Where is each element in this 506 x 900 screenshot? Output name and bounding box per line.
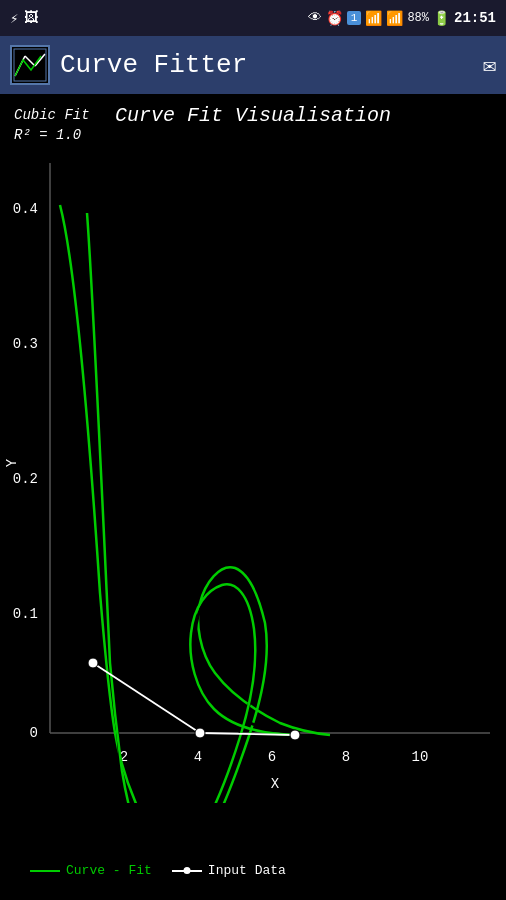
svg-rect-5 — [0, 143, 506, 803]
app-title: Curve Fitter — [60, 50, 247, 80]
battery-text: 88% — [407, 11, 429, 25]
status-right-area: 👁 ⏰ 1 📶 📶 88% 🔋 21:51 — [308, 10, 496, 27]
svg-rect-0 — [13, 48, 47, 82]
email-button[interactable]: ✉ — [483, 52, 496, 79]
image-icon: 🖼 — [24, 10, 38, 26]
svg-text:0: 0 — [30, 725, 38, 741]
curve-fit-legend-label: Curve - Fit — [66, 863, 152, 878]
svg-text:4: 4 — [194, 749, 202, 765]
app-icon — [10, 45, 50, 85]
curve-fit-legend-line — [30, 870, 60, 872]
legend: Curve - Fit Input Data — [10, 855, 306, 886]
network-badge: 1 — [347, 11, 362, 25]
fit-type-label: Cubic Fit — [14, 106, 90, 126]
svg-text:10: 10 — [412, 749, 429, 765]
usb-icon: ⚡ — [10, 10, 18, 27]
input-data-legend-line — [172, 870, 202, 872]
svg-text:0.2: 0.2 — [13, 471, 38, 487]
input-data-legend-dot — [183, 867, 190, 874]
status-bar: ⚡ 🖼 👁 ⏰ 1 📶 📶 88% 🔋 21:51 — [0, 0, 506, 36]
signal-bars-icon: 📶 — [365, 10, 382, 27]
alarm-icon: ⏰ — [326, 10, 343, 27]
input-data-legend: Input Data — [172, 863, 286, 878]
chart-container: 0.4 0.3 0.2 0.1 0 2 4 6 8 10 Y X — [0, 143, 506, 803]
status-left-icons: ⚡ 🖼 — [10, 10, 38, 27]
svg-text:X: X — [271, 776, 280, 792]
eye-icon: 👁 — [308, 10, 322, 26]
chart-info: Cubic Fit R² = 1.0 — [14, 106, 90, 145]
svg-text:Y: Y — [4, 458, 20, 467]
signal-bars2-icon: 📶 — [386, 10, 403, 27]
input-data-legend-label: Input Data — [208, 863, 286, 878]
svg-text:0.3: 0.3 — [13, 336, 38, 352]
time-display: 21:51 — [454, 10, 496, 26]
chart-svg: 0.4 0.3 0.2 0.1 0 2 4 6 8 10 Y X — [0, 143, 506, 803]
svg-text:6: 6 — [268, 749, 276, 765]
svg-text:0.4: 0.4 — [13, 201, 38, 217]
data-point-2 — [195, 728, 205, 738]
toolbar-left: Curve Fitter — [10, 45, 247, 85]
svg-text:8: 8 — [342, 749, 350, 765]
svg-text:0.1: 0.1 — [13, 606, 38, 622]
curve-fit-legend: Curve - Fit — [30, 863, 152, 878]
battery-icon: 🔋 — [433, 10, 450, 27]
data-point-1 — [88, 658, 98, 668]
app-toolbar: Curve Fitter ✉ — [0, 36, 506, 94]
data-point-3 — [290, 730, 300, 740]
